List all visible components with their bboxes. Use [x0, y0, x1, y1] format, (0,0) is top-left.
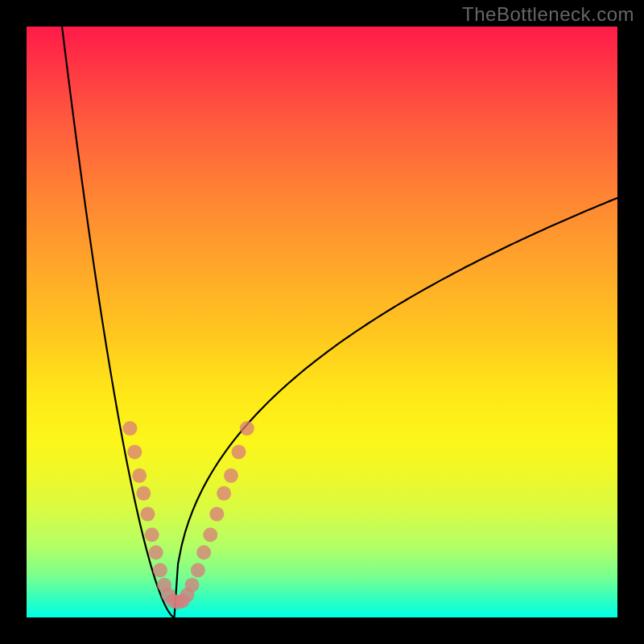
chart-container: TheBottleneck.com	[0, 0, 644, 644]
watermark-text: TheBottleneck.com	[462, 3, 634, 26]
marker-group	[122, 421, 254, 609]
data-marker	[191, 563, 205, 577]
data-marker	[136, 486, 151, 501]
data-marker	[209, 507, 224, 522]
bottleneck-curve	[62, 27, 617, 617]
data-marker	[127, 444, 142, 459]
data-marker	[145, 527, 159, 542]
data-marker	[217, 486, 231, 501]
data-marker	[185, 578, 200, 592]
data-marker	[132, 469, 147, 483]
data-marker	[203, 527, 217, 542]
chart-overlay	[27, 27, 617, 617]
data-marker	[240, 421, 254, 436]
data-marker	[122, 421, 137, 436]
data-marker	[149, 545, 163, 559]
data-marker	[140, 507, 155, 522]
data-marker	[196, 545, 211, 559]
data-marker	[153, 563, 167, 577]
data-marker	[224, 469, 238, 483]
data-marker	[232, 444, 246, 459]
